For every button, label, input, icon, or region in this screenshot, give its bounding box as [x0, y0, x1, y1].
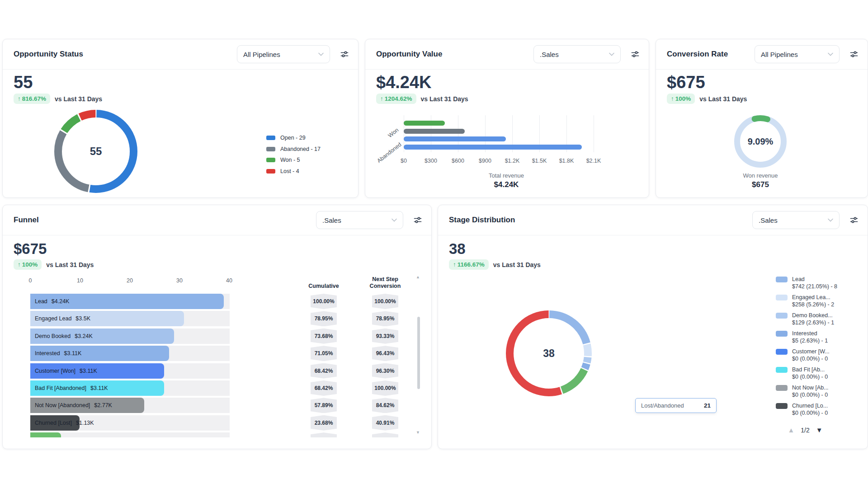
legend-swatch-icon	[776, 295, 788, 300]
page-up-icon[interactable]: ▲	[788, 426, 794, 434]
funnel-bar[interactable]: Customer [Won]$3.11K	[30, 363, 164, 379]
conversion-cell: 100.00%	[311, 294, 337, 309]
footer-value: $4.24K	[439, 180, 574, 189]
stage-amount: $1.13K	[76, 420, 94, 426]
page-title: Conversion Rate	[667, 50, 728, 59]
legend-item[interactable]: Customer [W...$0 (0.00%) - 0	[776, 348, 830, 362]
funnel-row[interactable]: Interested$3.11K	[30, 346, 230, 361]
stage-amount: $3.11K	[80, 368, 97, 374]
funnel-row[interactable]: Lead$4.24K	[30, 294, 230, 309]
legend-item[interactable]: Interested$5 (2.63%) - 1	[776, 330, 828, 344]
legend-stage-detail: $0 (0.00%) - 0	[792, 373, 828, 380]
x-axis: $0$300$600$900$1.2K$1.5K$1.8K$2.1K	[404, 158, 616, 165]
legend-item[interactable]: Demo Booked...$129 (2.63%) - 1	[776, 312, 834, 326]
card-header: Conversion Rate All Pipelines	[656, 39, 868, 70]
conversion-donut-chart[interactable]: 9.09%	[734, 115, 787, 168]
legend-item[interactable]: Lost - 4	[266, 166, 321, 177]
page-title: Opportunity Value	[376, 50, 442, 59]
revenue-bar[interactable]	[404, 129, 465, 134]
legend-swatch-icon	[776, 403, 788, 409]
footer-value: $675	[693, 180, 828, 189]
status-donut-chart[interactable]: 55	[54, 110, 137, 193]
legend-stage-name: Lead	[792, 276, 837, 283]
conversion-cell: 23.68%	[311, 415, 337, 431]
conversion-cell: 84.62%	[372, 398, 398, 413]
scroll-up-icon[interactable]: ▲	[416, 275, 420, 279]
donut-canvas[interactable]	[54, 110, 137, 195]
legend-item[interactable]: Bad Fit [Ab...$0 (0.00%) - 0	[776, 366, 828, 380]
pipeline-selector[interactable]: All Pipelines	[237, 45, 330, 63]
legend-item[interactable]: Open - 29	[266, 132, 321, 144]
funnel-bar[interactable]: Demo Booked$3.24K	[30, 328, 174, 344]
funnel-row[interactable]: Not Now [Abandoned]$2.77K	[30, 398, 230, 413]
conversion-rate-card: Conversion Rate All Pipelines $675 ↑100%…	[656, 39, 868, 198]
funnel-row[interactable]: Churned [Lost]$1.13K	[30, 415, 230, 431]
legend-pagination: ▲ 1/2 ▼	[776, 426, 835, 434]
funnel-bar[interactable]: Engaged Lead$3.5K	[30, 311, 184, 326]
legend-item[interactable]: Lead$742 (21.05%) - 8	[776, 276, 837, 290]
x-axis-tick: $900	[479, 158, 491, 164]
bar-group-label-won: Won	[387, 127, 400, 139]
funnel-bar[interactable]: Interested$3.11K	[30, 346, 169, 361]
page-down-icon[interactable]: ▼	[816, 426, 823, 434]
sliders-icon[interactable]	[631, 50, 640, 59]
funnel-chart[interactable]: 010203040 Cumulative Next Step Conversio…	[3, 274, 430, 437]
legend-item[interactable]: Churned [Lo...$0 (0.00%) - 0	[776, 402, 828, 417]
revenue-bar[interactable]	[404, 136, 506, 141]
conversion-cell: 68.42%	[311, 363, 337, 379]
funnel-row[interactable]: Engaged Lead$3.5K	[30, 311, 230, 326]
pipeline-selector[interactable]: .Sales	[533, 45, 621, 63]
legend-swatch-icon	[266, 158, 275, 162]
legend-stage-name: Bad Fit [Ab...	[792, 366, 828, 373]
funnel-row[interactable]: Customer [Won]$3.11K	[30, 363, 230, 379]
stage-donut-chart[interactable]: 38	[506, 310, 592, 396]
funnel-row[interactable]: Bad Fit [Abandoned]$3.11K	[30, 380, 230, 396]
revenue-bar[interactable]	[404, 121, 445, 126]
stage-label: Customer [Won]	[35, 368, 75, 374]
conversion-cell: 93.33%	[372, 328, 398, 344]
next-step-column-header: Next Step Conversion	[366, 274, 405, 290]
stage-distribution-card: Stage Distribution .Sales 38 ↑1166.67% v…	[438, 205, 868, 449]
change-badge: ↑816.67%	[14, 94, 50, 104]
page-indicator: 1/2	[801, 427, 809, 434]
funnel-bar[interactable]: Churned [Lost]$1.13K	[30, 415, 80, 431]
funnel-row-partial[interactable]	[30, 432, 230, 437]
stage-label: Engaged Lead	[35, 315, 71, 322]
sliders-icon[interactable]	[413, 216, 422, 225]
legend-item[interactable]: Abandoned - 17	[266, 144, 321, 155]
scrollbar-thumb[interactable]	[417, 317, 420, 389]
sliders-icon[interactable]	[849, 50, 859, 59]
x-axis-tick: $600	[452, 158, 464, 164]
scroll-down-icon[interactable]: ▼	[416, 430, 420, 435]
donut-canvas[interactable]	[734, 115, 787, 169]
sliders-icon[interactable]	[849, 216, 859, 225]
legend-swatch-icon	[266, 136, 275, 140]
stage-amount: $3.24K	[75, 333, 93, 339]
funnel-row[interactable]: Demo Booked$3.24K	[30, 328, 230, 344]
sliders-icon[interactable]	[340, 50, 349, 59]
funnel-bar[interactable]: Lead$4.24K	[30, 294, 224, 309]
vs-period-label: vs Last 31 Days	[421, 95, 468, 103]
funnel-bar[interactable]	[30, 432, 61, 437]
stage-label: Lead	[35, 298, 47, 305]
revenue-bar[interactable]	[404, 145, 582, 150]
pipeline-selector[interactable]: .Sales	[316, 211, 403, 229]
pipeline-selector[interactable]: All Pipelines	[755, 45, 840, 63]
x-axis-tick: $1.5K	[532, 158, 547, 164]
funnel-bar[interactable]: Bad Fit [Abandoned]$3.11K	[30, 380, 164, 396]
pipeline-selector[interactable]: .Sales	[752, 211, 840, 229]
legend-swatch-icon	[776, 313, 788, 319]
conversion-cell: 73.68%	[311, 328, 337, 344]
x-axis-tick: 10	[77, 277, 83, 284]
legend-stage-detail: $0 (0.00%) - 0	[792, 355, 830, 362]
revenue-bar-chart[interactable]	[404, 115, 616, 152]
funnel-bar[interactable]: Not Now [Abandoned]$2.77K	[30, 398, 144, 413]
legend-item[interactable]: Engaged Lea...$258 (5.26%) - 2	[776, 294, 834, 308]
legend-stage-name: Demo Booked...	[792, 312, 834, 319]
legend-item[interactable]: Won - 5	[266, 155, 321, 166]
legend-item[interactable]: Not Now [Ab...$0 (0.00%) - 0	[776, 384, 829, 399]
stage-label: Interested	[35, 350, 60, 357]
vs-period-label: vs Last 31 Days	[493, 261, 541, 268]
stage-amount: $3.11K	[90, 385, 108, 391]
donut-canvas[interactable]	[506, 310, 592, 398]
